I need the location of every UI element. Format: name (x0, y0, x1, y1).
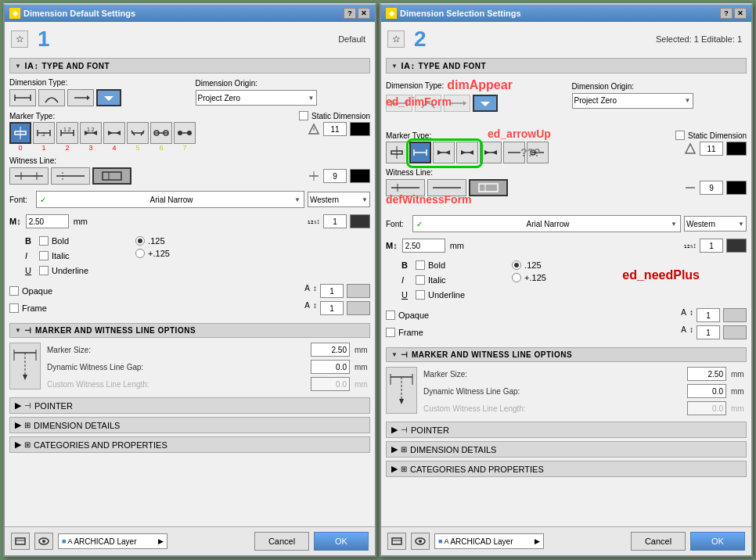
witness-btn-3-2[interactable] (469, 179, 508, 196)
witness-value-1[interactable]: 9 (323, 169, 347, 183)
marker-btn-4-1[interactable] (103, 122, 125, 144)
bold-checkbox-2[interactable] (416, 260, 425, 270)
frame-checkbox-2[interactable] (386, 328, 395, 337)
marker-btn-2-2[interactable] (433, 142, 455, 163)
text-size-value-1[interactable]: 1 (323, 214, 347, 228)
help-btn-2[interactable]: ? (720, 8, 733, 19)
witness-color-btn-1[interactable] (350, 169, 370, 183)
encoding-combo-2[interactable]: Western ▼ (684, 216, 747, 232)
size-input-2[interactable] (402, 239, 445, 253)
encoding-combo-1[interactable]: Western ▼ (308, 192, 370, 207)
radio-125-2[interactable] (512, 260, 521, 270)
favorite-star-1[interactable]: ☆ (11, 31, 28, 48)
font-combo-1[interactable]: ✓ Arial Narrow ▼ (36, 191, 304, 208)
marker-btn-6-2[interactable] (527, 142, 549, 163)
marker-btn-1-2[interactable] (409, 142, 431, 163)
dim-type-btn-linear-1[interactable] (9, 89, 36, 106)
ok-btn-2[interactable]: OK (690, 532, 745, 551)
witness-btn-1-1[interactable] (9, 167, 49, 185)
footer-icon-btn-2[interactable] (387, 533, 406, 550)
dim-type-btn-angular-1[interactable] (38, 89, 65, 106)
static-dim-checkbox-2[interactable] (675, 131, 685, 140)
help-btn-1[interactable]: ? (344, 8, 356, 19)
ok-btn-1[interactable]: OK (314, 532, 369, 551)
marker-size-input-1[interactable] (311, 343, 350, 357)
favorite-star-2[interactable]: ☆ (387, 31, 405, 48)
footer-icon-btn-1[interactable] (11, 533, 30, 550)
marker-value-2[interactable]: 11 (700, 142, 723, 156)
footer-eye-btn-2[interactable] (411, 533, 430, 550)
cat-props-section-2[interactable]: ▶ ⊞ CATEGORIES AND PROPERTIES (386, 461, 747, 477)
marker-btn-4-2[interactable] (480, 142, 502, 163)
witness-btn-2-2[interactable] (427, 179, 466, 196)
dynamic-witness-input-2[interactable] (687, 384, 726, 398)
witness-color-btn-2[interactable] (726, 181, 747, 195)
dynamic-witness-input-1[interactable] (311, 360, 350, 374)
opaque-checkbox-1[interactable] (9, 286, 19, 296)
marker-value-1[interactable]: 11 (323, 122, 347, 136)
dim-type-btn-arrow-1[interactable] (67, 89, 94, 106)
underline-checkbox-1[interactable] (39, 266, 49, 275)
static-dim-checkbox-1[interactable] (299, 111, 308, 120)
dim-type-btn-angular-2[interactable] (415, 95, 441, 112)
radio-plus125-2[interactable] (512, 273, 521, 282)
marker-btn-0-1[interactable] (9, 122, 31, 144)
marker-size-input-2[interactable] (687, 367, 726, 381)
marker-color-btn-1[interactable] (350, 122, 370, 136)
marker-btn-5-1[interactable] (127, 122, 149, 144)
marker-color-btn-2[interactable] (726, 142, 747, 156)
frame-btn-2[interactable] (723, 325, 747, 339)
layer-combo-1[interactable]: ■ A ARCHICAD Layer ▶ (58, 533, 167, 549)
text-size-value-2[interactable]: 1 (700, 239, 723, 253)
pointer-section-2[interactable]: ▶ ⊣ POINTER (386, 422, 747, 438)
marker-btn-2-1[interactable]: 1.2 (56, 122, 78, 144)
font-combo-2[interactable]: ✓ Arial Narrow ▼ (412, 215, 681, 232)
witness-btn-1-2[interactable] (386, 179, 425, 196)
opaque-btn-1[interactable] (347, 284, 370, 298)
dim-details-section-1[interactable]: ▶ ⊞ DIMENSION DETAILS (9, 417, 370, 433)
marker-witness-section-2[interactable]: ▼ ⊣ MARKER AND WITNESS LINE OPTIONS (386, 347, 747, 362)
marker-btn-3-1[interactable]: 1.2 (80, 122, 102, 144)
frame-val-1[interactable]: 1 (320, 301, 344, 315)
type-font-section-1[interactable]: ▼ IA↕ TYPE AND FONT (9, 58, 370, 74)
bold-checkbox-1[interactable] (39, 236, 49, 246)
cancel-btn-1[interactable]: Cancel (254, 532, 309, 551)
opaque-checkbox-2[interactable] (386, 311, 395, 320)
type-font-section-2[interactable]: ▼ IA↕ TYPE AND FONT (386, 58, 747, 74)
dim-origin-combo-2[interactable]: Project Zero ▼ (572, 93, 693, 109)
close-btn-2[interactable]: ✕ (734, 8, 747, 19)
radio-plus125-1[interactable] (135, 249, 145, 258)
layer-combo-2[interactable]: ■ A ARCHICAD Layer ▶ (434, 533, 544, 549)
dim-details-section-2[interactable]: ▶ ⊞ DIMENSION DETAILS (386, 441, 747, 458)
size-input-1[interactable] (26, 214, 69, 228)
marker-btn-0-2[interactable] (386, 142, 408, 163)
marker-btn-6-1[interactable] (150, 122, 172, 144)
cat-props-section-1[interactable]: ▶ ⊞ CATEGORIES AND PROPERTIES (9, 436, 370, 453)
marker-witness-section-1[interactable]: ▼ ⊣ MARKER AND WITNESS LINE OPTIONS (9, 323, 370, 338)
underline-checkbox-2[interactable] (416, 290, 425, 300)
dim-type-btn-arrow-2[interactable] (444, 95, 470, 112)
witness-btn-2-1[interactable] (51, 167, 90, 185)
text-color-btn-2[interactable] (726, 239, 747, 253)
opaque-btn-2[interactable] (723, 308, 747, 322)
witness-btn-3-1[interactable] (92, 167, 131, 185)
cancel-btn-2[interactable]: Cancel (631, 532, 686, 551)
custom-witness-input-1[interactable] (311, 377, 350, 391)
footer-eye-btn-1[interactable] (34, 533, 53, 550)
pointer-section-1[interactable]: ▶ ⊣ POINTER (9, 397, 370, 414)
marker-btn-3-2[interactable] (456, 142, 478, 163)
opaque-val-1[interactable]: 1 (320, 284, 344, 298)
close-btn-1[interactable]: ✕ (358, 8, 370, 19)
radio-125-1[interactable] (135, 236, 145, 246)
dim-origin-combo-1[interactable]: Project Zero ▼ (196, 90, 317, 106)
frame-btn-1[interactable] (347, 301, 370, 315)
text-color-btn-1[interactable] (350, 214, 370, 228)
marker-btn-5-2[interactable] (503, 142, 525, 163)
witness-value-2[interactable]: 9 (700, 181, 723, 195)
marker-btn-1-1[interactable]: .2 (33, 122, 55, 144)
opaque-val-2[interactable]: 1 (697, 308, 720, 322)
dim-type-btn-dropdown-1[interactable] (96, 89, 121, 106)
dim-type-btn-linear-2[interactable] (386, 95, 412, 112)
dim-type-btn-dropdown-2[interactable] (473, 95, 498, 112)
italic-checkbox-2[interactable] (416, 275, 425, 285)
